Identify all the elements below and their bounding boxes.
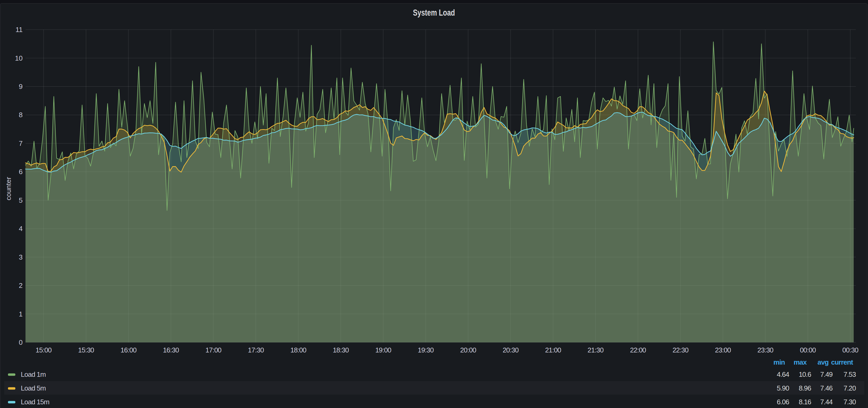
- svg-text:3: 3: [19, 253, 23, 261]
- svg-text:7.30: 7.30: [843, 398, 856, 406]
- svg-text:16:30: 16:30: [163, 346, 179, 354]
- svg-text:15:30: 15:30: [78, 346, 94, 354]
- svg-text:10.6: 10.6: [799, 370, 811, 378]
- svg-text:9: 9: [19, 82, 23, 91]
- svg-text:min: min: [773, 358, 785, 366]
- svg-text:0: 0: [19, 338, 23, 346]
- svg-text:00:00: 00:00: [800, 346, 816, 354]
- svg-text:max: max: [794, 358, 807, 366]
- svg-text:7.49: 7.49: [820, 370, 833, 378]
- svg-text:counter: counter: [4, 177, 12, 201]
- svg-text:8.16: 8.16: [799, 398, 811, 406]
- svg-text:avg: avg: [817, 358, 829, 366]
- svg-text:17:00: 17:00: [206, 346, 222, 354]
- svg-text:6.06: 6.06: [777, 398, 789, 406]
- svg-text:23:30: 23:30: [757, 346, 773, 354]
- svg-text:1: 1: [19, 310, 23, 318]
- svg-text:5: 5: [19, 196, 23, 204]
- svg-text:2: 2: [19, 281, 23, 290]
- svg-text:4.64: 4.64: [777, 370, 789, 378]
- svg-text:15:00: 15:00: [35, 346, 52, 354]
- svg-text:7.20: 7.20: [843, 384, 856, 392]
- svg-text:5.90: 5.90: [777, 384, 789, 392]
- svg-text:22:30: 22:30: [673, 346, 689, 354]
- svg-text:Load 5m: Load 5m: [21, 384, 46, 392]
- svg-text:21:00: 21:00: [545, 346, 561, 354]
- svg-text:18:00: 18:00: [290, 346, 306, 354]
- svg-text:Load 15m: Load 15m: [21, 398, 50, 406]
- svg-text:current: current: [831, 358, 853, 366]
- svg-text:8: 8: [19, 111, 23, 119]
- svg-text:8.96: 8.96: [799, 384, 811, 392]
- svg-text:19:00: 19:00: [375, 346, 391, 354]
- svg-text:Load 1m: Load 1m: [21, 370, 46, 378]
- svg-text:7: 7: [19, 139, 23, 147]
- svg-text:20:00: 20:00: [460, 346, 476, 354]
- svg-text:20:30: 20:30: [503, 346, 519, 354]
- svg-text:00:30: 00:30: [842, 346, 859, 354]
- svg-text:19:30: 19:30: [417, 346, 434, 354]
- svg-text:7.44: 7.44: [820, 398, 833, 406]
- svg-text:17:30: 17:30: [248, 346, 264, 354]
- svg-text:4: 4: [19, 225, 23, 233]
- svg-text:10: 10: [15, 54, 23, 62]
- svg-text:7.46: 7.46: [820, 384, 833, 392]
- svg-text:23:00: 23:00: [715, 346, 731, 354]
- svg-text:18:30: 18:30: [333, 346, 349, 354]
- svg-text:7.53: 7.53: [843, 370, 856, 378]
- svg-text:6: 6: [19, 168, 23, 176]
- svg-text:21:30: 21:30: [588, 346, 604, 354]
- svg-text:22:00: 22:00: [630, 346, 646, 354]
- svg-text:16:00: 16:00: [121, 346, 136, 354]
- svg-text:11: 11: [16, 26, 23, 34]
